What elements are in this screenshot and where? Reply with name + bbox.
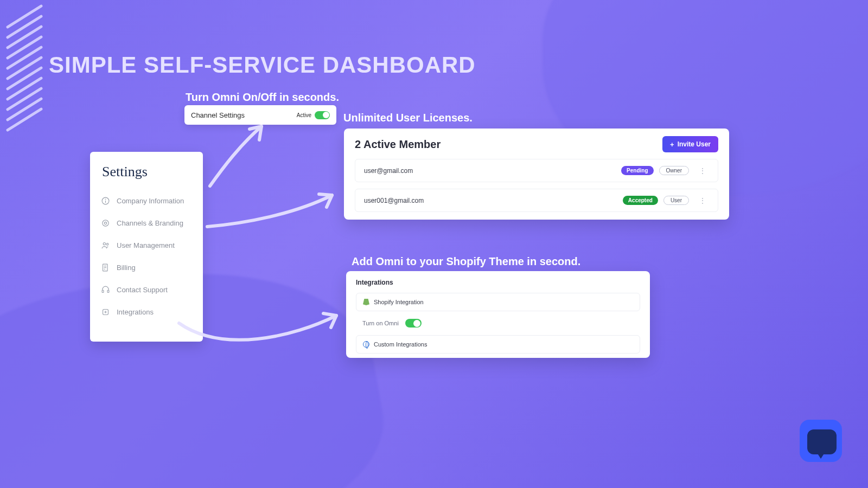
sidebar-item-integrations[interactable]: Integrations [99, 301, 194, 323]
arrow-annotation [202, 184, 348, 233]
channel-active-label: Active [297, 112, 311, 118]
turn-on-omni-toggle[interactable] [405, 319, 422, 328]
sidebar-item-contact-support[interactable]: Contact Support [99, 279, 194, 301]
sidebar-item-label: Integrations [117, 308, 154, 316]
integrations-title: Integrations [356, 279, 640, 286]
shopify-icon [363, 299, 369, 305]
settings-sidebar: Settings Company Information Channels & … [90, 152, 203, 342]
svg-point-5 [103, 243, 105, 245]
settings-title: Settings [102, 164, 194, 180]
annotation-turn-onoff: Turn Omni On/Off in seconds. [186, 91, 339, 104]
page-headline: SIMPLE SELF-SERVICE DASHBOARD [49, 52, 476, 78]
decorative-stripes [3, 8, 46, 129]
headset-icon [101, 285, 110, 294]
role-pill: User [663, 196, 689, 205]
status-badge: Accepted [623, 196, 658, 205]
users-panel: 2 Active Member + Invite User user@gmail… [344, 129, 729, 220]
integration-row-shopify[interactable]: Shopify Integration [356, 293, 640, 311]
user-row: user001@gmail.com Accepted User ⋮ [355, 189, 718, 212]
sidebar-item-label: Contact Support [117, 286, 168, 294]
invite-user-button[interactable]: + Invite User [662, 136, 718, 152]
status-badge: Pending [621, 166, 653, 175]
turn-on-omni-label: Turn on Omni [362, 320, 399, 326]
annotation-unlimited: Unlimited User Licenses. [343, 112, 473, 124]
integrations-panel: Integrations Shopify Integration Turn on… [346, 271, 650, 358]
turn-on-omni-row: Turn on Omni [356, 316, 640, 331]
sidebar-item-label: Company Information [117, 197, 184, 205]
annotation-shopify: Add Omni to your Shopify Theme in second… [352, 255, 580, 268]
row-menu-icon[interactable]: ⋮ [697, 196, 709, 205]
integration-row-custom[interactable]: Custom Integrations [356, 335, 640, 354]
info-icon [101, 196, 110, 206]
row-menu-icon[interactable]: ⋮ [697, 166, 709, 175]
plug-icon [101, 307, 110, 317]
sidebar-item-label: Channels & Branding [117, 219, 183, 227]
globe-icon [363, 341, 369, 348]
sidebar-item-company-information[interactable]: Company Information [99, 190, 194, 212]
brand-logo [800, 420, 842, 462]
active-member-count: 2 Active Member [355, 138, 662, 151]
eye-icon [101, 219, 110, 228]
sidebar-item-channels-branding[interactable]: Channels & Branding [99, 212, 194, 234]
user-email: user001@gmail.com [364, 197, 623, 204]
svg-point-3 [103, 220, 108, 226]
svg-rect-12 [107, 290, 109, 292]
integration-label: Custom Integrations [374, 341, 427, 348]
receipt-icon [101, 263, 110, 272]
user-row: user@gmail.com Pending Owner ⋮ [355, 159, 718, 182]
users-icon [101, 241, 110, 250]
sidebar-item-label: Billing [117, 264, 136, 272]
plus-icon: + [670, 141, 674, 148]
svg-point-4 [104, 222, 106, 224]
sidebar-item-label: User Management [117, 241, 175, 249]
integration-label: Shopify Integration [374, 299, 424, 305]
user-email: user@gmail.com [364, 167, 621, 175]
role-pill: Owner [659, 166, 689, 175]
channel-settings-card: Channel Settings Active [184, 105, 336, 125]
channel-active-toggle[interactable] [315, 111, 330, 119]
invite-user-label: Invite User [678, 140, 711, 148]
svg-point-6 [106, 243, 108, 245]
svg-point-2 [105, 199, 106, 200]
svg-rect-11 [102, 290, 104, 292]
arrow-annotation [202, 118, 289, 189]
sidebar-item-billing[interactable]: Billing [99, 256, 194, 279]
sidebar-item-user-management[interactable]: User Management [99, 234, 194, 256]
channel-settings-title: Channel Settings [191, 111, 297, 119]
